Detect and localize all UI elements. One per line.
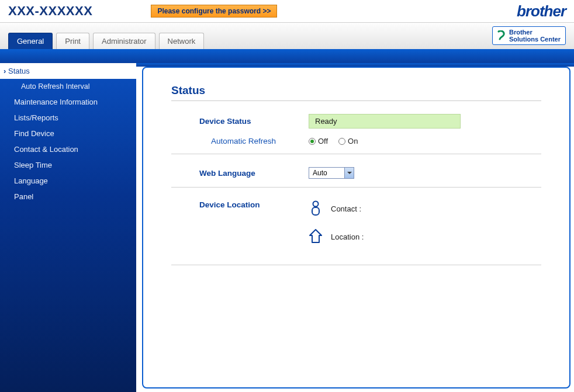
tab-bar: General Print Administrator Network Brot…	[0, 22, 574, 49]
radio-on-dot	[338, 138, 345, 145]
brother-logo: brother	[517, 2, 566, 20]
top-bar: XXX-XXXXXX Please configure the password…	[0, 0, 574, 22]
solutions-center-link[interactable]: Brother Solutions Center	[492, 26, 566, 45]
content-wrap: Status Device Status Ready Automatic Ref…	[136, 63, 574, 392]
solutions-center-text: Brother Solutions Center	[509, 29, 561, 43]
model-name: XXX-XXXXXX	[8, 4, 92, 19]
label-automatic-refresh: Automatic Refresh	[171, 137, 309, 145]
radio-off[interactable]: Off	[309, 137, 328, 145]
contact-icon	[309, 200, 323, 217]
location-label: Location :	[331, 233, 364, 241]
row-automatic-refresh: Automatic Refresh Off On	[171, 137, 541, 145]
sidebar-item-maintenance-information[interactable]: Maintenance Information	[0, 94, 136, 110]
section-divider-2	[171, 187, 541, 188]
radio-off-label: Off	[318, 137, 328, 145]
blue-divider-bar	[0, 49, 574, 63]
automatic-refresh-radio-group: Off On	[309, 137, 358, 145]
tab-administrator[interactable]: Administrator	[93, 33, 155, 49]
label-device-location: Device Location	[171, 200, 309, 209]
radio-off-dot	[309, 138, 316, 145]
content-panel: Status Device Status Ready Automatic Ref…	[142, 67, 570, 388]
device-location-values: Contact : Location :	[309, 200, 372, 256]
sidebar-item-sleep-time[interactable]: Sleep Time	[0, 157, 136, 173]
body: Status Auto Refresh Interval Maintenance…	[0, 63, 574, 392]
location-row: Location :	[309, 228, 372, 245]
label-web-language: Web Language	[171, 169, 309, 178]
web-language-value: Auto	[309, 169, 331, 177]
sidebar-item-lists-reports[interactable]: Lists/Reports	[0, 110, 136, 126]
contact-row: Contact :	[309, 200, 372, 217]
sidebar-item-panel[interactable]: Panel	[0, 189, 136, 204]
row-web-language: Web Language Auto	[171, 167, 541, 179]
sidebar: Status Auto Refresh Interval Maintenance…	[0, 63, 136, 392]
label-device-status: Device Status	[171, 117, 309, 126]
sidebar-item-status[interactable]: Status	[0, 63, 136, 79]
svg-point-0	[313, 202, 319, 207]
tab-network[interactable]: Network	[159, 33, 205, 49]
chevron-down-icon	[344, 168, 354, 178]
sidebar-item-auto-refresh-interval[interactable]: Auto Refresh Interval	[0, 79, 136, 94]
sidebar-item-language[interactable]: Language	[0, 173, 136, 189]
page-title: Status	[171, 84, 541, 101]
row-device-status: Device Status Ready	[171, 114, 541, 129]
tab-general[interactable]: General	[8, 33, 53, 49]
solutions-center-icon	[496, 30, 506, 41]
radio-on-label: On	[348, 137, 358, 145]
contact-label: Contact :	[331, 204, 361, 213]
solutions-center-line2: Solutions Center	[509, 36, 561, 43]
section-divider-3	[171, 265, 541, 265]
tab-print[interactable]: Print	[56, 33, 89, 49]
configure-password-banner[interactable]: Please configure the password >>	[151, 5, 277, 18]
radio-on[interactable]: On	[338, 137, 358, 145]
sidebar-item-contact-location[interactable]: Contact & Location	[0, 141, 136, 157]
row-device-location: Device Location Contact :	[171, 200, 541, 256]
section-divider-1	[171, 154, 541, 154]
svg-rect-1	[312, 207, 319, 215]
solutions-center-line1: Brother	[509, 29, 561, 36]
sidebar-item-find-device[interactable]: Find Device	[0, 126, 136, 141]
device-status-value: Ready	[309, 114, 461, 129]
location-icon	[309, 228, 323, 245]
web-language-select[interactable]: Auto	[309, 167, 354, 179]
